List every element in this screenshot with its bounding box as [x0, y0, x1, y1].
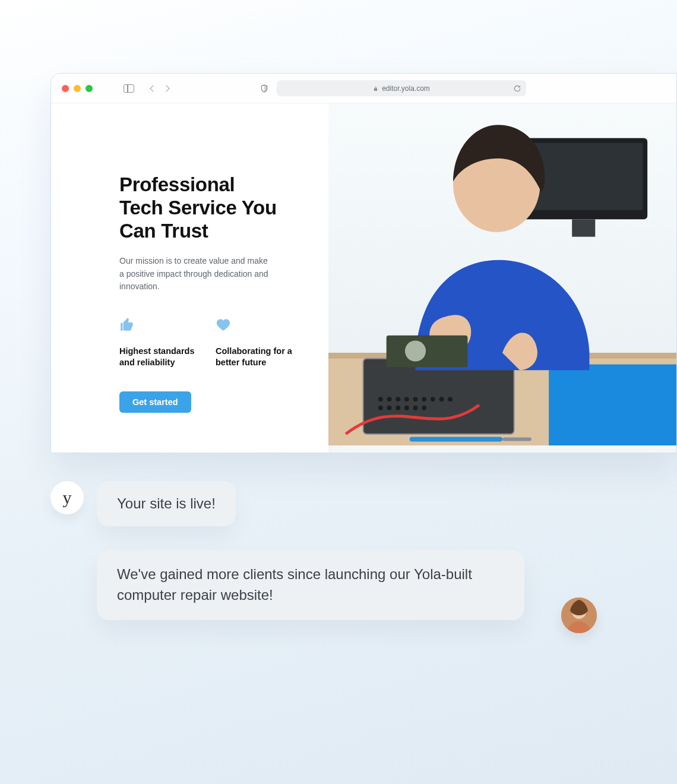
- svg-rect-6: [549, 364, 676, 445]
- chat-bubble-user: We've gained more clients since launchin…: [97, 550, 524, 620]
- svg-point-23: [422, 406, 426, 410]
- svg-point-20: [396, 406, 400, 410]
- svg-point-18: [378, 406, 383, 410]
- browser-chrome: editor.yola.com: [51, 74, 676, 103]
- svg-point-10: [387, 397, 392, 402]
- hero-title: Professional Tech Service You Can Trust: [119, 173, 299, 243]
- back-button[interactable]: [150, 85, 156, 91]
- feature-item: Highest standards and reliability: [119, 317, 203, 369]
- feature-row: Highest standards and reliability Collab…: [119, 317, 299, 369]
- chat-message-text: We've gained more clients since launchin…: [117, 566, 472, 603]
- brand-avatar: y: [50, 481, 84, 514]
- hero-image: [328, 103, 676, 453]
- maximize-window-button[interactable]: [86, 85, 93, 92]
- url-text: editor.yola.com: [382, 84, 430, 93]
- chat-row: We've gained more clients since launchin…: [97, 550, 555, 620]
- svg-point-13: [413, 397, 418, 402]
- feature-text: Highest standards and reliability: [119, 346, 203, 369]
- hero-subtitle: Our mission is to create value and make …: [119, 255, 274, 293]
- nav-arrows: [151, 86, 169, 91]
- svg-point-28: [405, 340, 426, 361]
- svg-point-21: [404, 406, 409, 410]
- address-bar[interactable]: editor.yola.com: [277, 80, 526, 96]
- svg-point-22: [413, 406, 418, 410]
- chat-message-text: Your site is live!: [117, 495, 216, 511]
- svg-point-17: [448, 397, 453, 402]
- feature-item: Collaborating for a better future: [216, 317, 299, 369]
- chat-area: y Your site is live! We've gained more c…: [50, 481, 555, 620]
- svg-point-12: [404, 397, 409, 402]
- window-controls: [62, 85, 93, 92]
- cta-label: Get started: [132, 397, 178, 407]
- svg-point-11: [396, 397, 400, 402]
- hero-copy: Professional Tech Service You Can Trust …: [51, 103, 328, 453]
- feature-text: Collaborating for a better future: [216, 346, 299, 369]
- svg-point-9: [378, 397, 383, 402]
- thumbs-up-icon: [119, 317, 135, 333]
- forward-button[interactable]: [163, 85, 169, 91]
- minimize-window-button[interactable]: [74, 85, 81, 92]
- chat-bubble-system: Your site is live!: [97, 481, 236, 526]
- hero-title-line: Tech Service You: [119, 197, 277, 219]
- svg-rect-24: [410, 437, 502, 442]
- svg-rect-27: [387, 336, 468, 368]
- svg-point-19: [387, 406, 392, 410]
- sidebar-toggle-icon[interactable]: [124, 84, 134, 93]
- privacy-shield-icon[interactable]: [260, 84, 268, 93]
- svg-point-16: [439, 397, 444, 402]
- lock-icon: [373, 85, 378, 91]
- heart-icon: [216, 317, 231, 333]
- reload-icon[interactable]: [513, 84, 521, 93]
- chat-row: y Your site is live!: [50, 481, 555, 526]
- get-started-button[interactable]: Get started: [119, 391, 191, 413]
- hero-title-line: Professional: [119, 173, 235, 195]
- brand-initial: y: [63, 488, 72, 508]
- hero-title-line: Can Trust: [119, 220, 208, 242]
- user-avatar: [561, 598, 597, 633]
- page-content: Professional Tech Service You Can Trust …: [51, 103, 676, 453]
- svg-point-15: [431, 397, 435, 402]
- browser-window: editor.yola.com Professional Tech Servic…: [50, 73, 677, 453]
- svg-rect-3: [572, 219, 595, 236]
- svg-rect-25: [502, 438, 532, 441]
- close-window-button[interactable]: [62, 85, 69, 92]
- svg-point-14: [422, 397, 426, 402]
